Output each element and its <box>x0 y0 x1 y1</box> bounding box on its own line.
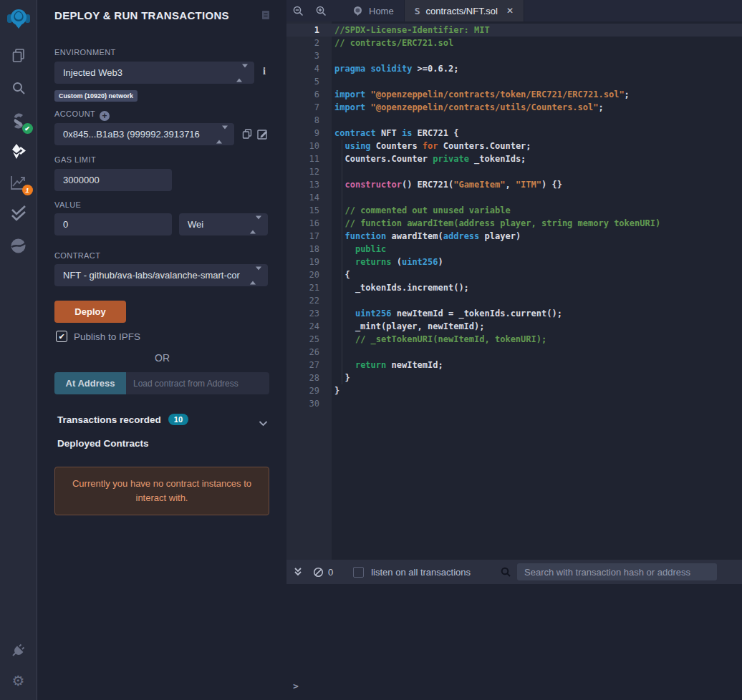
code-line[interactable]: 9contract NFT is ERC721 { <box>286 127 742 140</box>
contract-label: CONTRACT <box>54 251 100 260</box>
account-label: ACCOUNT+ <box>54 110 110 121</box>
debugger-icon[interactable] <box>9 236 28 255</box>
code-line[interactable]: 21 _tokenIds.increment(); <box>286 281 742 294</box>
deployed-contracts-heading: Deployed Contracts <box>57 438 149 449</box>
select-arrows-icon <box>250 219 261 230</box>
code-line[interactable]: 22 <box>286 294 742 307</box>
code-line[interactable]: 19 returns (uint256) <box>286 256 742 268</box>
settings-gear-icon[interactable]: ⚙ <box>9 671 28 690</box>
plugin-manager-icon[interactable] <box>9 641 28 659</box>
unit-testing-icon[interactable] <box>9 204 28 223</box>
file-explorer-icon[interactable] <box>9 46 28 64</box>
terminal-search-input[interactable] <box>517 563 717 580</box>
tab-home-label: Home <box>369 6 394 16</box>
code-line[interactable]: 11 Counters.Counter private _tokenIds; <box>286 152 742 165</box>
transactions-recorded-row[interactable]: Transactions recorded 10 <box>57 414 188 425</box>
code-editor[interactable]: 1//SPDX-License-Identifier: MIT2// contr… <box>286 21 742 560</box>
code-line[interactable]: 5 <box>286 75 742 88</box>
publish-ipfs-checkbox[interactable]: ✔ <box>56 331 67 342</box>
code-line[interactable]: 3 <box>286 49 742 62</box>
terminal-toolbar: 0 listen on all transactions <box>286 560 742 584</box>
transactions-count-badge: 10 <box>168 414 188 425</box>
gas-limit-input[interactable] <box>54 169 172 191</box>
home-logo-icon <box>352 6 363 16</box>
code-line[interactable]: 28 } <box>286 371 742 384</box>
code-line[interactable]: 16 // function awardItem(address player,… <box>286 217 742 230</box>
copy-account-icon[interactable] <box>241 128 253 142</box>
publish-ipfs-label: Publish to IPFS <box>74 331 140 342</box>
search-icon[interactable] <box>9 79 28 97</box>
tab-home[interactable]: Home <box>342 0 405 21</box>
code-line[interactable]: 17 function awardItem(address player) <box>286 230 742 243</box>
solidity-compiler-icon[interactable]: ✔ <box>9 112 28 130</box>
expand-terminal-icon[interactable] <box>293 567 303 577</box>
code-line[interactable]: 2// contracts/ERC721.sol <box>286 37 742 49</box>
analytics-icon[interactable]: 1 <box>9 173 28 192</box>
editor-area: Home S contracts/NFT.sol ✕ 1//SPDX-Licen… <box>286 0 742 700</box>
docs-book-icon[interactable] <box>260 9 271 24</box>
terminal-prompt: > <box>293 681 299 691</box>
app-logo-icon[interactable] <box>6 6 32 31</box>
code-line[interactable]: 29} <box>286 384 742 397</box>
code-line[interactable]: 14 <box>286 191 742 204</box>
listen-transactions-label: listen on all transactions <box>371 567 471 578</box>
contract-value: NFT - github/ava-labs/avalanche-smart-co… <box>63 270 240 281</box>
zoom-out-icon[interactable] <box>286 0 309 21</box>
at-address-input[interactable] <box>126 372 269 394</box>
no-instances-alert: Currently you have no contract instances… <box>54 467 269 515</box>
select-arrows-icon <box>250 270 261 281</box>
code-line[interactable]: 30 <box>286 397 742 410</box>
code-line[interactable]: 20 { <box>286 268 742 281</box>
sign-message-icon[interactable] <box>256 128 269 143</box>
listen-transactions-checkbox[interactable] <box>353 567 364 578</box>
analytics-count-badge: 1 <box>22 185 33 195</box>
environment-info-icon[interactable]: i <box>263 66 266 77</box>
panel-title: DEPLOY & RUN TRANSACTIONS <box>54 9 229 21</box>
contract-select[interactable]: NFT - github/ava-labs/avalanche-smart-co… <box>54 264 268 286</box>
code-line[interactable]: 1//SPDX-License-Identifier: MIT <box>286 24 742 37</box>
deploy-button[interactable]: Deploy <box>54 301 126 323</box>
code-line[interactable]: 12 <box>286 165 742 178</box>
code-line[interactable]: 25 // _setTokenURI(newItemId, tokenURI); <box>286 333 742 346</box>
code-line[interactable]: 18 public <box>286 243 742 256</box>
code-line[interactable]: 27 return newItemId; <box>286 359 742 371</box>
code-line[interactable]: 8 <box>286 114 742 127</box>
clear-console-icon[interactable] <box>313 567 324 578</box>
code-line[interactable]: 15 // commented out unused variable <box>286 204 742 217</box>
code-line[interactable]: 24 _mint(player, newItemId); <box>286 320 742 333</box>
code-line[interactable]: 26 <box>286 346 742 359</box>
code-line[interactable]: 4pragma solidity >=0.6.2; <box>286 62 742 75</box>
solidity-file-icon: S <box>415 6 420 16</box>
code-line[interactable]: 10 using Counters for Counters.Counter; <box>286 140 742 152</box>
or-divider: OR <box>38 352 286 364</box>
deploy-run-panel: DEPLOY & RUN TRANSACTIONS ENVIRONMENT In… <box>38 0 286 700</box>
chevron-down-icon[interactable] <box>259 417 268 429</box>
account-select[interactable]: 0x845...B1aB3 (999992.3913716 <box>54 123 234 145</box>
account-label-text: ACCOUNT <box>54 110 95 118</box>
at-address-button[interactable]: At Address <box>54 372 126 394</box>
transactions-recorded-label: Transactions recorded <box>57 414 161 425</box>
tab-nft-label: contracts/NFT.sol <box>426 6 498 16</box>
value-unit: Wei <box>188 219 203 230</box>
value-unit-select[interactable]: Wei <box>179 213 268 235</box>
code-line[interactable]: 23 uint256 newItemId = _tokenIds.current… <box>286 307 742 320</box>
select-arrows-icon <box>216 129 228 140</box>
select-arrows-icon <box>236 67 248 78</box>
close-tab-icon[interactable]: ✕ <box>506 6 514 16</box>
environment-select[interactable]: Injected Web3 <box>54 62 254 84</box>
publish-ipfs-row: ✔ Publish to IPFS <box>56 331 140 342</box>
compiler-success-badge: ✔ <box>22 123 33 134</box>
deploy-run-icon[interactable] <box>9 142 28 160</box>
value-label: VALUE <box>54 200 81 209</box>
tab-contracts-nft-sol[interactable]: S contracts/NFT.sol ✕ <box>405 0 524 21</box>
code-line[interactable]: 7import "@openzeppelin/contracts/utils/C… <box>286 101 742 114</box>
editor-tab-bar: Home S contracts/NFT.sol ✕ <box>286 0 742 21</box>
code-line[interactable]: 6import "@openzeppelin/contracts/token/E… <box>286 88 742 101</box>
environment-label: ENVIRONMENT <box>54 48 116 57</box>
code-line[interactable]: 13 constructor() ERC721("GameItem", "ITM… <box>286 178 742 191</box>
zoom-in-icon[interactable] <box>309 0 332 21</box>
add-account-icon[interactable]: + <box>100 111 110 121</box>
account-value: 0x845...B1aB3 (999992.3913716 <box>63 129 200 140</box>
terminal-output[interactable]: > <box>286 584 742 700</box>
value-input[interactable] <box>54 213 172 235</box>
